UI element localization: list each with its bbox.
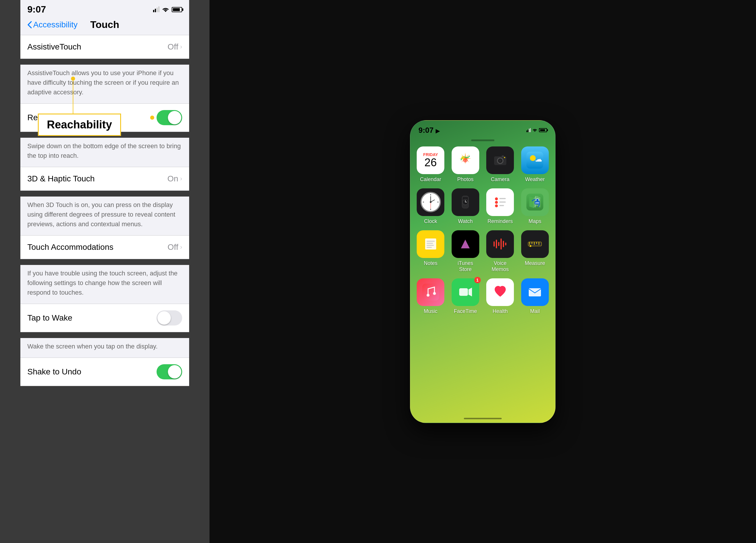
app-item-measure[interactable]: Measure [521,230,550,273]
weather-icon [521,146,549,174]
svg-rect-21 [499,201,506,203]
3d-haptic-value: On › [167,174,182,183]
itunes-label: iTunes Store [451,260,480,273]
battery-icon [172,7,182,12]
swipe-handle [471,139,494,141]
app-item-clock[interactable]: Clock [416,188,445,224]
iphone-status-bar: 9:07 ▶ [410,120,555,137]
assistivetouch-value: Off › [168,42,182,52]
shake-to-undo-label: Shake to Undo [27,367,157,377]
shake-to-undo-toggle[interactable] [157,364,182,379]
app-item-music[interactable]: Music [416,279,445,315]
back-label: Accessibility [33,20,77,29]
svg-rect-49 [536,242,537,244]
app-item-photos[interactable]: Photos [451,146,480,182]
svg-point-11 [530,155,536,161]
app-item-camera[interactable]: Camera [486,146,515,182]
svg-rect-19 [499,198,506,199]
svg-rect-52 [422,284,439,301]
annotation: Reachability [38,113,121,136]
svg-point-53 [427,294,430,297]
camera-label: Camera [491,176,510,182]
swipe-indicator [410,137,555,143]
3d-haptic-label: 3D & Haptic Touch [27,174,167,183]
voicememos-label: Voice Memos [486,260,515,273]
app-item-notes[interactable]: Notes [416,230,445,273]
settings-list: AssistiveTouch Off › AssistiveTouch allo… [20,35,189,392]
mail-icon [521,279,549,306]
app-item-facetime[interactable]: 1 FaceTime [451,279,480,315]
assistivetouch-label: AssistiveTouch [27,42,168,52]
clock-face [420,192,441,212]
nav-bar: Accessibility Touch [20,18,189,35]
chevron-icon-3: › [180,243,182,251]
svg-point-7 [499,159,501,162]
3d-haptic-section: 3D & Haptic Touch On › [20,167,189,191]
reminders-icon [486,188,514,216]
app-item-voicememos[interactable]: Voice Memos [486,230,515,273]
clock-icon-app [417,188,444,216]
touch-accom-row[interactable]: Touch Accommodations Off › [20,235,189,259]
tap-to-wake-label: Tap to Wake [27,313,157,323]
chevron-icon: › [180,43,182,51]
signal-icon [153,7,159,12]
svg-rect-41 [501,238,502,249]
toggle-thumb [168,111,181,124]
health-icon [486,279,514,306]
svg-point-2 [461,156,465,159]
app-item-weather[interactable]: Weather [521,146,550,182]
home-indicator[interactable] [464,418,502,419]
tap-to-wake-row[interactable]: Tap to Wake [20,304,189,332]
maps-icon: 280 [521,188,549,216]
assistivetouch-description: AssistiveTouch allows you to use your iP… [20,65,189,103]
annotation-dot [71,77,75,81]
svg-rect-31 [427,241,435,242]
app-item-reminders[interactable]: Reminders [486,188,515,224]
right-panel: 9:07 ▶ [210,0,756,543]
assistivetouch-row[interactable]: AssistiveTouch Off › [20,35,189,58]
iphone-status-icons [526,128,547,132]
back-button[interactable]: Accessibility [27,20,77,29]
toggle-thumb-2 [157,311,171,325]
touch-accom-description: If you have trouble using the touch scre… [20,265,189,304]
watch-icon [452,188,479,216]
svg-rect-40 [498,242,499,246]
itunes-icon [452,230,479,258]
svg-point-54 [433,292,436,295]
svg-rect-32 [427,243,433,244]
measure-icon [521,230,549,258]
iphone-wifi-icon [532,128,537,132]
touch-accom-value: Off › [168,242,182,252]
photos-label: Photos [457,176,473,182]
svg-rect-33 [427,245,434,246]
clock-label: Clock [424,218,437,224]
svg-rect-48 [534,242,535,245]
shake-to-undo-row[interactable]: Shake to Undo [20,358,189,386]
shake-to-undo-section: Shake to Undo [20,358,189,386]
status-icons [153,7,182,13]
app-item-watch[interactable]: Watch [451,188,480,224]
music-icon [417,279,444,306]
toggle-thumb-3 [168,365,181,379]
status-bar: 9:07 [20,0,189,18]
calendar-label: Calendar [420,176,441,182]
touch-accom-label: Touch Accommodations [27,242,168,252]
app-item-itunes[interactable]: iTunes Store [451,230,480,273]
app-item-calendar[interactable]: Friday 26 Calendar [416,146,445,182]
wifi-icon [162,7,169,13]
app-item-health[interactable]: Health [486,279,515,315]
tap-to-wake-toggle[interactable] [157,311,182,326]
reachability-dot [150,116,154,120]
3d-haptic-row[interactable]: 3D & Haptic Touch On › [20,167,189,190]
annotation-line [73,79,73,113]
reachability-toggle[interactable] [157,110,182,125]
reminders-label: Reminders [487,218,513,224]
notes-icon [417,230,444,258]
app-item-maps[interactable]: 280 Maps [521,188,550,224]
svg-rect-56 [459,288,468,296]
tap-to-wake-section: Tap to Wake [20,304,189,332]
svg-rect-8 [502,155,504,157]
facetime-icon: 1 [452,279,479,306]
app-item-mail[interactable]: Mail [521,279,550,315]
weather-label: Weather [525,176,545,182]
